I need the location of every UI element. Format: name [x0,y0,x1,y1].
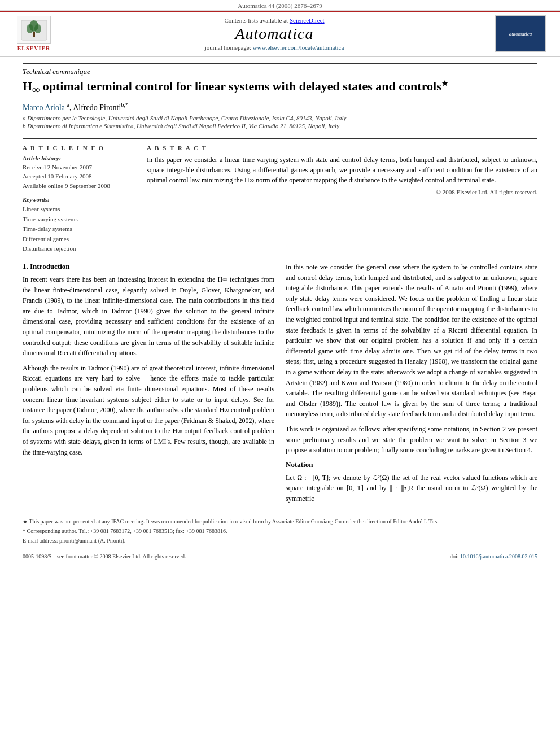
accepted-date: Accepted 10 February 2008 [23,172,128,181]
keyword-3: Time-delay systems [23,224,128,234]
affiliation-b-text: b Dipartimento di Informatica e Sistemis… [23,123,339,129]
notation-section: Notation Let Ω := [0, T]; we denote by ℒ… [286,460,537,504]
journal-meta-top: Contents lists available at ScienceDirec… [56,17,492,24]
footnote-1: ★ This paper was not presented at any IF… [23,518,537,526]
svg-point-3 [34,24,41,33]
homepage-link[interactable]: www.elsevier.com/locate/automatica [253,44,344,51]
article-info-label: A R T I C L E I N F O [23,145,128,151]
abstract-label: A B S T R A C T [147,145,537,151]
notation-heading: Notation [286,460,537,469]
page-wrapper: Automatica 44 (2008) 2676–2679 ELSEVIER … [0,0,560,747]
citation-bar: Automatica 44 (2008) 2676–2679 [0,0,560,11]
main-content: 1. Introduction In recent years there ha… [0,254,560,508]
elsevier-logo: ELSEVIER [11,16,56,51]
sciencedirect-link[interactable]: ScienceDirect [290,17,325,24]
elsevier-emblem-box [17,16,51,44]
affiliation-a: a Dipartimento per le Tecnologie, Univer… [23,115,537,121]
bottom-bar: 0005-1098/$ – see front matter © 2008 El… [23,551,537,560]
footnote-1-marker: ★ [23,518,29,525]
automatica-mini-text: automatica [509,31,532,37]
journal-logo-right: automatica [492,15,549,52]
author-ariola: Marco Ariola [23,103,65,112]
affiliation-a-text: a Dipartimento per le Tecnologie, Univer… [23,115,347,121]
abstract-copyright: © 2008 Elsevier Ltd. All rights reserved… [147,189,537,195]
section1-para1: In recent years there has been an increa… [23,274,274,359]
footnote-section: ★ This paper was not presented at any IF… [23,514,537,545]
article-info-col: A R T I C L E I N F O Article history: R… [23,145,135,254]
doi-link[interactable]: 10.1016/j.automatica.2008.02.015 [460,553,537,560]
title-inf: ∞ [32,84,40,95]
keyword-2: Time-varying systems [23,215,128,225]
svg-rect-4 [33,32,35,37]
history-label: Article history: [23,155,128,161]
title-h: H [23,79,32,93]
doi-value: 10.1016/j.automatica.2008.02.015 [460,553,537,560]
section1-right-para1: In this note we consider the general cas… [286,262,537,420]
left-col: 1. Introduction In recent years there ha… [23,262,274,508]
journal-homepage: journal homepage: www.elsevier.com/locat… [56,44,492,51]
right-col: In this note we consider the general cas… [286,262,537,508]
elsevier-text: ELSEVIER [18,45,51,51]
keyword-5: Disturbance rejection [23,244,128,254]
title-star: ★ [441,79,448,88]
doi-label: doi: [450,553,459,560]
article-type: Technical communique [23,63,537,76]
contents-available-text: Contents lists available at [224,17,288,24]
elsevier-emblem-svg [19,18,50,43]
footnote-3-text: E-mail address: pironti@unina.it (A. Pir… [23,538,125,544]
title-rest: optimal terminal control for linear syst… [40,79,441,93]
bottom-doi: doi: 10.1016/j.automatica.2008.02.015 [450,553,537,560]
journal-header-center: Contents lists available at ScienceDirec… [56,17,492,51]
affiliation-b: b Dipartimento di Informatica e Sistemis… [23,123,537,129]
footnote-2: * Corresponding author. Tel.: +39 081 76… [23,527,537,535]
journal-header: ELSEVIER Contents lists available at Sci… [0,11,560,57]
available-date: Available online 9 September 2008 [23,182,128,190]
article-authors: Marco Ariola a, Alfredo Pirontib,* [23,102,537,112]
article-section: Technical communique H∞ optimal terminal… [0,57,560,254]
citation-text: Automatica 44 (2008) 2676–2679 [238,2,322,9]
article-info-abstract-section: A R T I C L E I N F O Article history: R… [23,138,537,254]
footnote-2-text: Corresponding author. Tel.: +39 081 7683… [27,528,228,534]
keywords-label: Keywords: [23,196,128,203]
author-b-sup: b,* [121,102,128,108]
notation-text: Let Ω := [0, T]; we denote by ℒ²(Ω) the … [286,473,537,504]
section1-heading: 1. Introduction [23,262,274,271]
homepage-label: journal homepage: [205,44,251,51]
keyword-1: Linear systems [23,204,128,215]
author-ariola-link[interactable]: Marco Ariola [23,103,67,112]
footnote-1-text: This paper was not presented at any IFAC… [29,518,438,525]
article-title: H∞ optimal terminal control for linear s… [23,78,537,97]
keyword-4: Differential games [23,234,128,244]
received-date: Received 2 November 2007 [23,163,128,172]
footnote-3: E-mail address: pironti@unina.it (A. Pir… [23,537,537,545]
journal-title-display: Automatica [56,25,492,43]
section1-right-para2: This work is organized as follows: after… [286,424,537,456]
section1-para2: Although the results in Tadmor (1990) ar… [23,363,274,457]
bottom-copyright: 0005-1098/$ – see front matter © 2008 El… [23,553,186,560]
author-comma: , Alfredo Pironti [69,103,121,112]
abstract-text: In this paper we consider a linear time-… [147,155,537,185]
automatica-mini-cover: automatica [495,15,546,52]
svg-point-2 [27,24,33,33]
footnote-2-marker: * [23,528,27,534]
abstract-col: A B S T R A C T In this paper we conside… [147,145,537,254]
keywords-section: Keywords: Linear systems Time-varying sy… [23,196,128,254]
